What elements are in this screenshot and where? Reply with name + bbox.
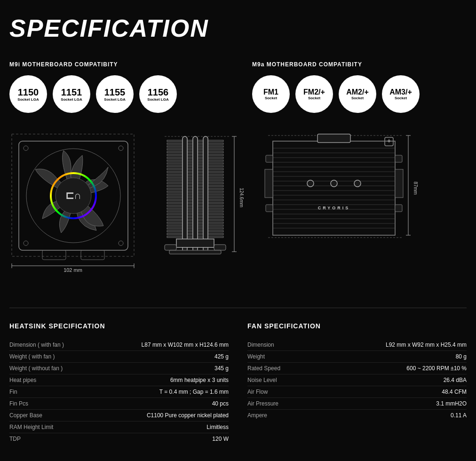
top-diagram-svg: CRYORIS + 87mm <box>263 132 419 273</box>
spec-val: 120 W <box>75 436 229 442</box>
socket-1155: 1155 Socket LGA <box>96 75 134 113</box>
svg-point-10 <box>119 241 123 246</box>
m9a-compat-group: M9a MOTHERBOARD COMPATIBITY FM1 Socket F… <box>252 61 467 113</box>
svg-point-9 <box>24 241 28 246</box>
side-diagram-svg: 124.6mm <box>151 132 245 282</box>
svg-rect-93 <box>395 155 402 162</box>
svg-rect-55 <box>203 136 208 252</box>
side-diagram: 124.6mm <box>151 132 245 284</box>
spec-key: Noise Level <box>247 377 313 383</box>
spec-row-speed: Rated Speed 600 ~ 2200 RPM ±10 % <box>247 363 467 374</box>
spec-val: 345 g <box>75 365 229 372</box>
spec-val: 600 ~ 2200 RPM ±10 % <box>313 365 467 372</box>
fan-spec-group: FAN SPECIFICATION Dimension L92 mm x W92… <box>247 322 467 445</box>
svg-rect-87 <box>317 134 350 143</box>
socket-1150: 1150 Socket LGA <box>9 75 47 113</box>
svg-rect-95 <box>265 169 273 198</box>
svg-rect-12 <box>81 250 104 260</box>
socket-am3: AM3/+ Socket <box>382 75 420 113</box>
svg-text:102 mm: 102 mm <box>63 267 82 273</box>
m9i-compat-group: M9i MOTHERBOARD COMPATIBITY 1150 Socket … <box>9 61 224 113</box>
divider <box>9 308 467 308</box>
svg-point-7 <box>24 146 28 151</box>
page-title: SPECIFICATION <box>9 14 467 42</box>
spec-row-airflow: Air Flow 48.4 CFM <box>247 386 467 398</box>
spec-val: 26.4 dBA <box>313 377 467 383</box>
front-diagram-svg: ⊏∩ 102 mm <box>9 132 141 273</box>
svg-rect-54 <box>193 136 198 252</box>
spec-val: L92 mm x W92 mm x H25.4 mm <box>313 342 467 348</box>
spec-key: Copper Base <box>9 412 75 419</box>
socket-fm1: FM1 Socket <box>252 75 290 113</box>
svg-point-85 <box>331 180 337 187</box>
diagrams-section: ⊏∩ 102 mm <box>9 132 467 284</box>
svg-text:+: + <box>387 137 391 144</box>
compatibility-section: M9i MOTHERBOARD COMPATIBITY 1150 Socket … <box>9 61 467 113</box>
spec-row-weight-fan2: Weight 80 g <box>247 351 467 363</box>
svg-rect-91 <box>266 155 273 162</box>
spec-row-ampere: Ampere 0.11 A <box>247 410 467 421</box>
svg-rect-65 <box>273 141 395 235</box>
spec-tables: HEATSINK SPECIFICATION Dimension ( with … <box>9 322 467 445</box>
spec-val: T = 0.4 mm ; Gap = 1.6 mm <box>75 389 229 395</box>
spec-key: RAM Height Limit <box>9 424 75 430</box>
m9a-circles: FM1 Socket FM2/+ Socket AM2/+ Socket AM3… <box>252 75 467 113</box>
svg-point-84 <box>307 180 314 187</box>
svg-point-86 <box>354 180 361 187</box>
svg-rect-11 <box>42 250 66 260</box>
spec-val: 0.11 A <box>313 412 467 419</box>
spec-row-ram: RAM Height Limit Limitless <box>9 421 229 433</box>
spec-key: Fin Pcs <box>9 400 75 407</box>
spec-row-copper: Copper Base C1100 Pure copper nickel pla… <box>9 410 229 421</box>
socket-fm2: FM2/+ Socket <box>295 75 333 113</box>
spec-val: 48.4 CFM <box>313 389 467 395</box>
spec-row-dimension-hs: Dimension ( with fan ) L87 mm x W102 mm … <box>9 339 229 351</box>
svg-rect-57 <box>165 245 176 250</box>
spec-row-weight-nofan: Weight ( without fan ) 345 g <box>9 363 229 374</box>
svg-text:87mm: 87mm <box>413 182 418 195</box>
spec-row-finpcs: Fin Pcs 40 pcs <box>9 398 229 410</box>
spec-row-tdp: TDP 120 W <box>9 433 229 445</box>
spec-val: 425 g <box>75 353 229 360</box>
front-diagram: ⊏∩ 102 mm <box>9 132 141 275</box>
svg-text:CRYORIS: CRYORIS <box>318 206 350 210</box>
spec-key: Weight ( without fan ) <box>9 365 75 372</box>
spec-val: L87 mm x W102 mm x H124.6 mm <box>75 342 229 348</box>
spec-key: Rated Speed <box>247 365 313 372</box>
spec-key: Weight <box>247 353 313 360</box>
spec-key: Weight ( with fan ) <box>9 353 75 360</box>
spec-val: 40 pcs <box>75 400 229 407</box>
spec-key: Air Pressure <box>247 400 313 407</box>
svg-rect-56 <box>176 239 214 247</box>
spec-val: Limitless <box>75 424 229 430</box>
spec-key: Ampere <box>247 412 313 419</box>
svg-text:124.6mm: 124.6mm <box>239 188 244 207</box>
svg-rect-58 <box>214 245 226 250</box>
spec-row-heatpipes: Heat pipes 6mm heatpipe x 3 units <box>9 374 229 386</box>
svg-rect-92 <box>266 205 273 212</box>
spec-row-dimension-fan: Dimension L92 mm x W92 mm x H25.4 mm <box>247 339 467 351</box>
socket-1156: 1156 Socket LGA <box>139 75 177 113</box>
spec-val: 80 g <box>313 353 467 360</box>
spec-key: Air Flow <box>247 389 313 395</box>
heatsink-spec-group: HEATSINK SPECIFICATION Dimension ( with … <box>9 322 229 445</box>
svg-text:⊏∩: ⊏∩ <box>65 190 81 201</box>
fan-spec-title: FAN SPECIFICATION <box>247 322 467 330</box>
spec-val: 6mm heatpipe x 3 units <box>75 377 229 383</box>
spec-row-weight-fan: Weight ( with fan ) 425 g <box>9 351 229 363</box>
heatsink-spec-title: HEATSINK SPECIFICATION <box>9 322 229 330</box>
spec-row-airpressure: Air Pressure 3.1 mmH2O <box>247 398 467 410</box>
spec-key: Fin <box>9 389 75 395</box>
spec-row-noise: Noise Level 26.4 dBA <box>247 374 467 386</box>
spec-val: 3.1 mmH2O <box>313 400 467 407</box>
page-container: SPECIFICATION M9i MOTHERBOARD COMPATIBIT… <box>0 0 476 461</box>
socket-1151: 1151 Socket LGA <box>53 75 90 113</box>
spec-key: Dimension <box>247 342 313 348</box>
svg-point-8 <box>119 146 123 151</box>
m9i-label: M9i MOTHERBOARD COMPATIBITY <box>9 61 224 68</box>
svg-rect-94 <box>395 205 402 212</box>
socket-am2: AM2/+ Socket <box>339 75 376 113</box>
top-diagram: CRYORIS + 87mm <box>263 132 419 275</box>
spec-val: C1100 Pure copper nickel plated <box>75 412 229 419</box>
spec-key: Dimension ( with fan ) <box>9 342 75 348</box>
